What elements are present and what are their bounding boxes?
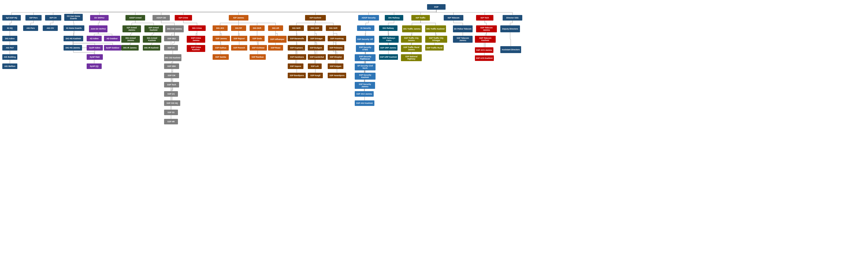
node-digtrafficjammu: DIG Traffic Jammu bbox=[402, 25, 422, 32]
node-sspbandipora: SSP Bandipora bbox=[288, 73, 306, 78]
node-igpjammu: IGP Jammu bbox=[229, 15, 248, 21]
node-digtraffickashmir: DIG Traffic Kashmir bbox=[425, 25, 446, 32]
node-ssptelecomjammu2: SSP Telecom Jammu bbox=[453, 36, 473, 43]
node-igparmedkashmir: IGP Armed Kashmir bbox=[145, 25, 163, 32]
node-deputydirectors: Deputy Directors bbox=[500, 25, 520, 32]
node-sspsecurityvip: SSP Security VIP bbox=[356, 36, 374, 43]
node-sspgrpkashmir: SSP GRP Kashmir bbox=[379, 54, 398, 60]
node-sspkulgam: SSP Kulgam bbox=[328, 64, 343, 69]
node-sspjammu: SSP Jammu bbox=[213, 36, 230, 41]
node-adgpsecurity: ADGP Security bbox=[358, 15, 379, 21]
node-adgpcid: ADGP CID bbox=[153, 15, 170, 21]
node-sspsamba: SSP Samba bbox=[213, 54, 229, 60]
node-ssphandwara: SSP Handwara bbox=[288, 54, 306, 60]
node-sspsecurityrajbhavan: SSP Security Rajbhavan bbox=[355, 54, 375, 61]
node-sspahjkashmir: SSP AHJ Kashmir bbox=[355, 100, 374, 106]
node-digarmedjammu: DIG Armed Jammu bbox=[121, 36, 140, 43]
node-dgp: DGP bbox=[427, 4, 445, 10]
node-igpkashmir: IGP Kashmir bbox=[305, 15, 326, 21]
node-sspbudgam: SSP Budgam bbox=[308, 45, 324, 50]
node-sspgrpjammu: SSP GRP Jammu bbox=[379, 45, 398, 50]
node-sspsbjammu: SSP SBJ bbox=[164, 36, 179, 41]
node-sspcid_hq: SSP CID HQ bbox=[164, 100, 180, 106]
node-ssptrafficruraljammu: SSP Traffic Rural Jammu bbox=[401, 45, 422, 52]
node-cogenhg: CO Gen Home Guards bbox=[64, 14, 83, 21]
node-digadmn: DIG Admn bbox=[2, 36, 17, 41]
node-aigpers: AIG Pers bbox=[23, 25, 38, 31]
node-sspkishtwar: SSP Kishtwar bbox=[250, 45, 267, 50]
node-sspbaramulla: SSP Baramulla bbox=[288, 36, 306, 41]
node-sspsecuritystws: SSP Security STWS bbox=[356, 45, 374, 52]
node-digrp: DIG RP bbox=[231, 25, 246, 31]
node-dysprd: DySP R&D bbox=[87, 54, 103, 60]
node-aigciv: AIG CIV bbox=[43, 25, 58, 31]
node-ssptrafficcitysrinagar: SSP Traffic City Srinagar bbox=[425, 36, 447, 43]
node-digskr: DIG SKR bbox=[326, 25, 341, 31]
node-sspa: SSP (A) bbox=[164, 91, 178, 97]
node-spsecuritycivilsectt: SP Security Civil Sectt. bbox=[355, 64, 375, 70]
node-adgparmed: ADGP Armed bbox=[125, 15, 145, 21]
org-chart: DGPSpl DGP HQIGP PersIGP CIVCO Gen Home … bbox=[0, 0, 868, 276]
node-sspacskashmir: SSP ACS Kashmir bbox=[475, 56, 494, 61]
node-sspkargil: SSP Kargil bbox=[308, 73, 323, 78]
node-sspsopore: SSP Sopore bbox=[288, 64, 304, 69]
node-ssptech: SSP Tech bbox=[164, 82, 179, 88]
node-ssptelecomjammu: SSP Telecom Jammu bbox=[476, 25, 497, 32]
node-aigbuilding: AIG Building bbox=[2, 54, 17, 60]
node-sspkathua: SSP Kathua bbox=[213, 45, 229, 50]
node-ighq: IG HQ bbox=[2, 25, 17, 31]
node-igpciv: IGP CIV bbox=[45, 15, 61, 21]
node-igpcrime: IGP Crime bbox=[175, 15, 192, 21]
node-dyspadmn: DySP Admn bbox=[87, 45, 103, 50]
node-sspawantipora: SSP Awantipora bbox=[328, 73, 346, 78]
node-spldgphq: Spl DGP HQ bbox=[2, 15, 21, 21]
node-ssppulwama: SSP Pulwama bbox=[328, 45, 344, 50]
node-dyspq: DySP (Q) bbox=[87, 64, 102, 69]
node-adadmn: AD Admn bbox=[87, 36, 102, 41]
node-sspdoda: SSP Doda bbox=[250, 36, 265, 41]
node-dignkr: DIG NKR bbox=[289, 25, 304, 31]
node-aigpandt: AIG P&T bbox=[2, 45, 17, 50]
node-digur: DIG UR bbox=[268, 25, 283, 31]
node-sspanantnag: SSP Anantnag bbox=[328, 36, 346, 41]
node-digirkashmir: DIG IR Kashmir bbox=[143, 45, 160, 50]
node-digarmedkashmir: DIG Armed Kashmir bbox=[143, 36, 161, 43]
node-ssprailwayskatra: SSP Railways Katra bbox=[379, 36, 399, 43]
node-digirjammu: DIG IR Jammu bbox=[121, 45, 139, 50]
node-sspnationalhighway: SSP National Highway bbox=[401, 54, 422, 61]
node-digdkr: DIG DKR bbox=[250, 25, 265, 31]
node-sspramban: SSP Ramban bbox=[250, 54, 266, 60]
node-igptech: IGP Tech bbox=[476, 15, 493, 21]
node-sspcrimejammu: SSP Crime Jammu bbox=[187, 36, 205, 43]
node-directorssg: Director SSG bbox=[503, 15, 522, 21]
node-jointdirskpau: Joint Dir SKPAU bbox=[89, 25, 107, 32]
node-ssppoonch: SSP Poonch bbox=[231, 45, 247, 50]
node-sspshoplan: SSP Shoplan bbox=[328, 54, 344, 60]
node-sspleh: SSP Leh bbox=[308, 64, 322, 69]
node-dirskpau: Dir SKPAU bbox=[90, 15, 108, 21]
node-digckr: DIG CKR bbox=[307, 25, 322, 31]
node-ighomeguards: IG Home Guards bbox=[64, 25, 84, 31]
node-digcidkashmir: DIG CID Kashmir bbox=[164, 54, 181, 61]
node-dyspoutdoor: DySP Outdoor bbox=[104, 45, 121, 50]
node-digrailway: DIG Railway bbox=[385, 15, 403, 21]
node-digjksjammu: DIG JKS bbox=[213, 25, 228, 31]
node-digrailway2: DIG Railway bbox=[379, 25, 398, 31]
node-sspss: SSP SS bbox=[164, 110, 178, 115]
node-sspudhampur: SSP Udhampur bbox=[268, 36, 286, 43]
node-adoutdoor: AD Outdoor bbox=[104, 36, 120, 41]
node-ssphr: SSP HR bbox=[164, 119, 178, 125]
node-igppers: IGP Pers bbox=[25, 15, 41, 21]
node-dighgjammu: DIG HG Jammu bbox=[64, 45, 82, 50]
node-igsecurity: IG Security bbox=[357, 25, 374, 31]
node-igparmedjammu: IGP Armed Jammu bbox=[122, 25, 141, 32]
node-sspsecuritykashmir: SSP Security Kashmir bbox=[355, 73, 375, 80]
node-sspahjjammu: SSP AHJ Jammu bbox=[355, 91, 374, 97]
node-sspcli: SSP CII bbox=[164, 45, 178, 50]
node-sspganderbal: SSP Ganderbal bbox=[308, 54, 326, 60]
node-sspacsjammu: SSP ACS Jammu bbox=[475, 47, 493, 53]
node-ssptrafficcityjammu: SSP Traffic City Jammu bbox=[401, 36, 422, 43]
node-sspsecurityjammu: SSP Security Jammu bbox=[355, 82, 375, 89]
node-sspsbkashmir: SSP SBK bbox=[164, 64, 179, 69]
node-ssprajouri: SSP Rajouri bbox=[231, 36, 247, 41]
